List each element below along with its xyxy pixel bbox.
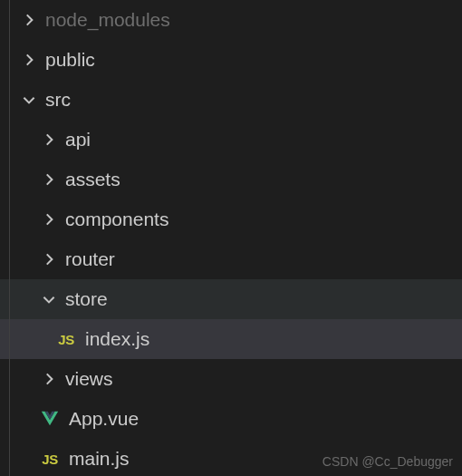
chevron-right-icon [38,169,60,190]
file-tree: node_modules public src api assets compo… [0,0,462,476]
folder-label: api [65,129,91,151]
chevron-down-icon [38,288,60,310]
file-label: index.js [85,328,149,350]
js-icon: JS [38,447,62,471]
folder-store[interactable]: store [0,279,462,319]
folder-views[interactable]: views [0,359,462,399]
file-label: App.vue [69,408,139,430]
folder-api[interactable]: api [0,120,462,160]
chevron-down-icon [18,89,40,111]
vue-icon [38,407,62,431]
file-label: main.js [69,448,130,470]
folder-label: node_modules [45,9,170,31]
folder-label: store [65,288,108,310]
chevron-right-icon [38,248,60,270]
folder-label: views [65,368,113,390]
chevron-right-icon [18,9,40,31]
folder-router[interactable]: router [0,239,462,279]
chevron-right-icon [38,209,60,230]
file-main-js[interactable]: JS main.js [0,439,462,476]
folder-assets[interactable]: assets [0,160,462,199]
folder-label: components [65,209,168,230]
folder-label: public [45,49,95,71]
chevron-right-icon [18,49,40,71]
folder-public[interactable]: public [0,40,462,80]
folder-node-modules[interactable]: node_modules [0,0,462,40]
folder-label: src [45,89,71,111]
file-index-js[interactable]: JS index.js [0,319,462,359]
file-app-vue[interactable]: App.vue [0,399,462,439]
folder-label: router [65,248,115,270]
folder-components[interactable]: components [0,199,462,239]
chevron-right-icon [38,368,60,390]
folder-label: assets [65,169,120,190]
chevron-right-icon [38,129,60,151]
folder-src[interactable]: src [0,80,462,120]
js-icon: JS [54,327,78,351]
